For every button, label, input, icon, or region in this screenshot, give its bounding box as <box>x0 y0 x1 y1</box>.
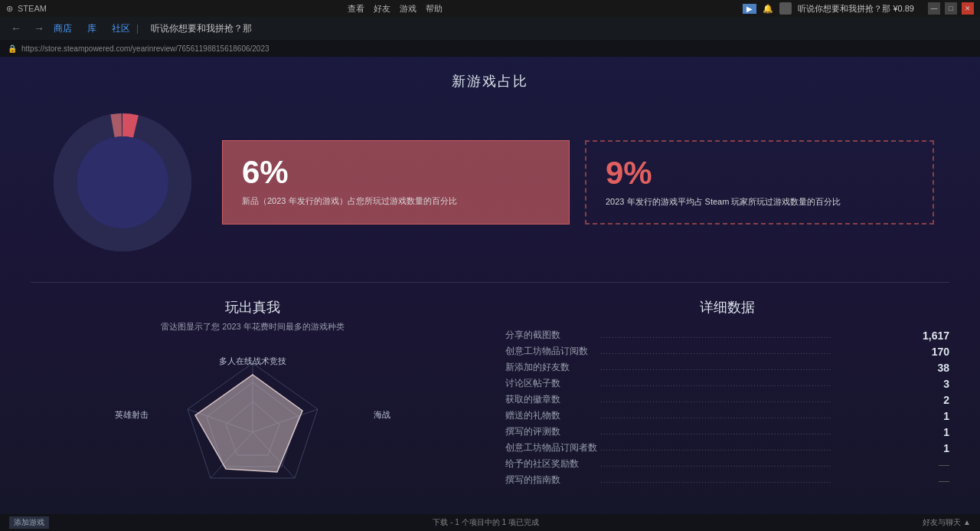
download-status: 下载 - 1 个项目中的 1 项已完成 <box>433 517 538 528</box>
detail-dots: ........................................… <box>597 347 919 356</box>
donut-chart <box>46 106 199 259</box>
forward-button[interactable]: → <box>31 22 47 34</box>
detail-dots: ........................................… <box>597 460 919 468</box>
radar-title: 玩出真我 <box>31 298 475 316</box>
average-percentage: 9% <box>606 157 913 189</box>
steam-label: STEAM <box>18 4 47 13</box>
new-games-section: 新游戏占比 6% <box>0 57 980 282</box>
title-bar: ⊛ STEAM 查看 好友 游戏 帮助 ▶ 🔔 听说你想要和我拼抢？那 ¥0.8… <box>0 0 980 17</box>
lock-icon: 🔒 <box>8 44 17 53</box>
detail-row: 撰写的评测数 .................................… <box>505 425 949 438</box>
radar-label-bottom-left: 英雄射击 <box>115 409 149 421</box>
radar-section: 玩出真我 雷达图显示了您 2023 年花费时间最多的游戏种类 多人在线战术竞技 … <box>31 298 475 514</box>
detail-row: 创意工坊物品订阅数 ..............................… <box>505 345 949 358</box>
add-games-button[interactable]: 添加游戏 <box>9 516 49 529</box>
menu-games[interactable]: 游戏 <box>400 3 416 15</box>
detail-label: 创意工坊物品订阅数 <box>505 345 597 358</box>
title-bar-right: ▶ 🔔 听说你想要和我拼抢？那 ¥0.89 — □ ✕ <box>743 2 974 15</box>
title-bar-left: ⊛ STEAM <box>6 4 47 14</box>
url-text[interactable]: https://store.steampowered.com/yearinrev… <box>21 44 270 53</box>
broadcast-icon: ▶ <box>743 4 756 14</box>
maximize-button[interactable]: □ <box>945 2 957 15</box>
radar-wrapper: 多人在线战术竞技 海战 大逃杀 僵尸 英雄射击 <box>122 356 383 514</box>
detail-label: 撰写的评测数 <box>505 425 597 438</box>
stats-boxes: 6% 新品（2023 年发行的游戏）占您所玩过游戏数量的百分比 9% 2023 … <box>222 140 934 225</box>
detail-dots: ........................................… <box>597 395 919 404</box>
page-title: 听说你想要和我拼抢？那 <box>151 22 252 35</box>
radar-subtitle: 雷达图显示了您 2023 年花费时间最多的游戏种类 <box>31 321 475 333</box>
user-info: 听说你想要和我拼抢？那 ¥0.89 <box>798 3 914 15</box>
detail-value: 3 <box>919 378 949 390</box>
detail-dots: ........................................… <box>597 331 919 339</box>
average-description: 2023 年发行的游戏平均占 Steam 玩家所玩过游戏数量的百分比 <box>606 195 913 208</box>
minimize-button[interactable]: — <box>928 2 940 15</box>
detail-dots: ........................................… <box>597 476 919 484</box>
personal-percentage: 6% <box>242 156 550 188</box>
detail-label: 分享的截图数 <box>505 329 597 342</box>
steam-logo: ⊛ <box>6 4 13 14</box>
detail-rows: 分享的截图数 .................................… <box>505 329 949 487</box>
new-games-content: 6% 新品（2023 年发行的游戏）占您所玩过游戏数量的百分比 9% 2023 … <box>46 106 934 259</box>
url-bar: 🔒 https://store.steampowered.com/yearinr… <box>0 40 980 57</box>
detail-title: 详细数据 <box>505 298 949 316</box>
radar-label-top: 多人在线战术竞技 <box>219 356 286 367</box>
stat-box-average: 9% 2023 年发行的游戏平均占 Steam 玩家所玩过游戏数量的百分比 <box>585 140 934 225</box>
notification-icon: 🔔 <box>763 4 773 14</box>
title-bar-menu: 查看 好友 游戏 帮助 <box>348 3 443 15</box>
nav-links: 商店 库 社区 <box>54 22 130 35</box>
detail-row: 撰写的指南数 .................................… <box>505 474 949 487</box>
detail-row: 分享的截图数 .................................… <box>505 329 949 342</box>
detail-row: 获取的徽章数 .................................… <box>505 393 949 406</box>
detail-row: 给予的社区奖励数 ...............................… <box>505 457 949 470</box>
detail-dots: ........................................… <box>597 444 919 452</box>
detail-row: 新添加的好友数 ................................… <box>505 361 949 374</box>
detail-value: — <box>919 474 949 487</box>
bottom-sections: 玩出真我 雷达图显示了您 2023 年花费时间最多的游戏种类 多人在线战术竞技 … <box>0 283 980 514</box>
nav-divider: | <box>136 23 139 34</box>
detail-section: 详细数据 分享的截图数 ............................… <box>505 298 949 514</box>
detail-dots: ........................................… <box>597 379 919 388</box>
detail-dots: ........................................… <box>597 363 919 372</box>
detail-label: 讨论区帖子数 <box>505 377 597 390</box>
detail-label: 赠送的礼物数 <box>505 409 597 422</box>
detail-value: 1 <box>919 442 949 454</box>
store-link[interactable]: 商店 <box>54 22 72 35</box>
community-link[interactable]: 社区 <box>112 22 130 35</box>
detail-label: 给予的社区奖励数 <box>505 457 597 470</box>
menu-view[interactable]: 查看 <box>348 3 364 15</box>
back-button[interactable]: ← <box>8 22 24 34</box>
detail-label: 获取的徽章数 <box>505 393 597 406</box>
main-content: 新游戏占比 6% <box>0 57 980 514</box>
detail-label: 新添加的好友数 <box>505 361 597 374</box>
detail-row: 赠送的礼物数 .................................… <box>505 409 949 422</box>
menu-help[interactable]: 帮助 <box>426 3 443 15</box>
detail-dots: ........................................… <box>597 428 919 436</box>
detail-dots: ........................................… <box>597 411 919 420</box>
detail-value: 1 <box>919 426 949 438</box>
detail-row: 创意工坊物品订阅者数 .............................… <box>505 441 949 454</box>
window-controls: — □ ✕ <box>928 2 974 15</box>
stat-box-personal: 6% 新品（2023 年发行的游戏）占您所玩过游戏数量的百分比 <box>222 140 570 225</box>
detail-value: 1,617 <box>919 329 949 342</box>
detail-value: 2 <box>919 394 949 406</box>
detail-label: 撰写的指南数 <box>505 474 597 487</box>
status-bar: 添加游戏 下载 - 1 个项目中的 1 项已完成 好友与聊天 ▲ <box>0 514 980 531</box>
status-left: 添加游戏 <box>9 516 49 529</box>
svg-point-3 <box>77 136 168 228</box>
friends-chat-button[interactable]: 好友与聊天 ▲ <box>923 517 971 528</box>
detail-row: 讨论区帖子数 .................................… <box>505 377 949 390</box>
library-link[interactable]: 库 <box>87 22 96 35</box>
nav-bar: ← → 商店 库 社区 | 听说你想要和我拼抢？那 <box>0 17 980 40</box>
svg-marker-13 <box>195 375 302 472</box>
close-button[interactable]: ✕ <box>962 2 974 15</box>
detail-label: 创意工坊物品订阅者数 <box>505 441 597 454</box>
menu-friends[interactable]: 好友 <box>374 3 390 15</box>
radar-label-top-right: 海战 <box>374 409 390 421</box>
avatar <box>779 2 792 15</box>
personal-description: 新品（2023 年发行的游戏）占您所玩过游戏数量的百分比 <box>242 195 550 208</box>
status-right: 好友与聊天 ▲ <box>923 517 971 528</box>
detail-value: 170 <box>919 346 949 358</box>
detail-value: — <box>919 458 949 470</box>
detail-value: 38 <box>919 362 949 374</box>
new-games-title: 新游戏占比 <box>46 72 934 90</box>
